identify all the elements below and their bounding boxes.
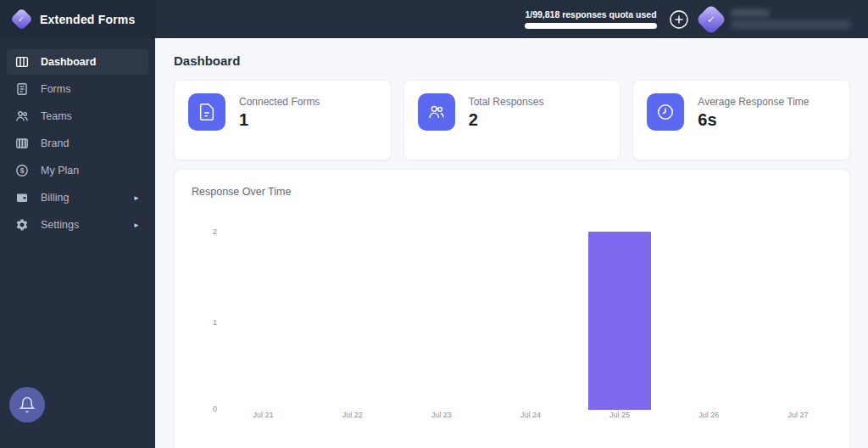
sidebar-item-brand[interactable]: Brand	[7, 131, 148, 156]
user-email-redacted	[731, 20, 851, 29]
sidebar-item-billing[interactable]: Billing ►	[7, 185, 148, 210]
stat-card-average-response-time: Average Response Time 6s	[632, 80, 850, 160]
user-avatar: ✓	[696, 3, 727, 35]
stat-label: Total Responses	[469, 96, 544, 108]
chart-bar	[588, 232, 651, 410]
page-title: Dashboard	[174, 53, 850, 68]
x-tick: Jul 23	[397, 411, 486, 419]
stat-label: Average Response Time	[698, 96, 809, 108]
bell-icon	[19, 396, 36, 413]
main-content: Dashboard Connected Forms 1	[155, 38, 868, 448]
sidebar-item-teams[interactable]: Teams	[7, 104, 148, 129]
sidebar: Dashboard Forms Teams	[0, 38, 155, 448]
x-tick: Jul 21	[219, 411, 308, 419]
stat-cards: Connected Forms 1 Total Responses 2	[174, 80, 850, 160]
stat-value: 2	[469, 110, 544, 130]
settings-icon	[15, 218, 29, 232]
app-title: Extended Forms	[40, 13, 136, 26]
stat-value: 6s	[698, 110, 809, 130]
teams-icon	[15, 109, 29, 123]
users-icon	[418, 93, 455, 131]
stat-card-total-responses: Total Responses 2	[403, 80, 621, 160]
sidebar-nav: Dashboard Forms Teams	[0, 38, 155, 238]
chevron-right-icon: ►	[133, 194, 140, 202]
sidebar-item-forms[interactable]: Forms	[7, 76, 148, 102]
chart-plot-area	[219, 232, 843, 410]
extended-forms-logo-icon: ✓	[10, 8, 33, 31]
quota-widget: 1/99,818 responses quota used	[524, 9, 658, 29]
topbar-right: 1/99,818 responses quota used ✓	[524, 8, 868, 31]
chevron-right-icon: ►	[133, 221, 140, 229]
y-tick: 1	[213, 319, 217, 327]
chart-y-axis: 2 1 0	[175, 232, 219, 410]
stat-label: Connected Forms	[239, 96, 320, 108]
x-tick: Jul 22	[308, 411, 397, 419]
notifications-button[interactable]	[9, 387, 45, 423]
plus-circle-icon	[669, 9, 689, 30]
top-bar: ✓ Extended Forms 1/99,818 responses quot…	[0, 0, 868, 38]
brand-icon	[15, 137, 29, 150]
stat-card-connected-forms: Connected Forms 1	[174, 80, 392, 160]
document-icon	[188, 93, 225, 131]
y-tick: 2	[213, 228, 217, 236]
chart-title: Response Over Time	[175, 186, 843, 198]
y-tick: 0	[213, 406, 217, 413]
forms-icon	[15, 82, 29, 96]
quota-progress-bar	[525, 23, 657, 29]
chart-x-axis: Jul 21 Jul 22 Jul 23 Jul 24 Jul 25 Jul 2…	[219, 411, 843, 419]
sidebar-item-my-plan[interactable]: $ My Plan	[7, 158, 148, 183]
add-quota-button[interactable]	[669, 9, 689, 30]
my-plan-icon: $	[15, 164, 29, 177]
response-over-time-chart: Response Over Time 2 1 0	[174, 169, 850, 448]
svg-text:$: $	[20, 166, 25, 175]
sidebar-item-dashboard[interactable]: Dashboard	[7, 49, 148, 75]
x-tick: Jul 25	[576, 411, 665, 419]
x-tick: Jul 26	[665, 411, 754, 419]
billing-icon	[15, 191, 29, 204]
stat-value: 1	[239, 110, 320, 130]
user-info-redacted	[731, 9, 851, 29]
app-logo[interactable]: ✓ Extended Forms	[0, 0, 155, 38]
dashboard-icon	[15, 55, 29, 69]
x-tick: Jul 24	[486, 411, 575, 419]
app-window: ✓ Extended Forms 1/99,818 responses quot…	[0, 0, 868, 448]
quota-text: 1/99,818 responses quota used	[525, 9, 656, 20]
x-tick: Jul 27	[754, 411, 843, 419]
sidebar-item-settings[interactable]: Settings ►	[7, 212, 148, 238]
clock-icon	[647, 93, 684, 131]
user-menu[interactable]: ✓	[700, 8, 851, 31]
user-name-redacted	[731, 9, 770, 17]
